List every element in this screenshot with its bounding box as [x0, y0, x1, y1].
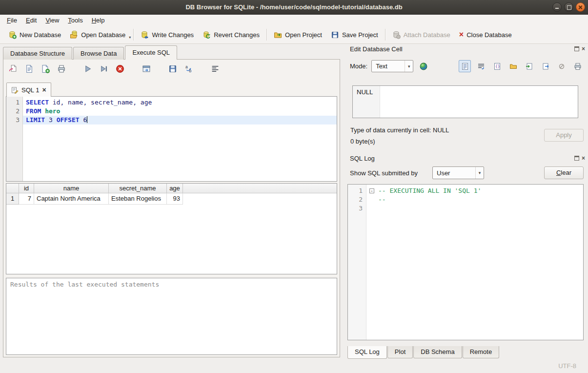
cell-mode-row: Mode: Text ▾: [350, 60, 430, 72]
close-tab-icon[interactable]: ×: [42, 87, 46, 93]
corner-header[interactable]: [6, 184, 19, 193]
write-changes-button[interactable]: Write Changes: [136, 28, 198, 41]
fold-collapse-icon[interactable]: -: [369, 188, 374, 193]
editor-line-current: LIMIT 3 OFFSET 6: [23, 116, 337, 124]
stop-execution-icon[interactable]: [115, 64, 125, 74]
editor-line: FROM hero: [23, 107, 337, 116]
close-database-button[interactable]: × Close Database: [455, 29, 516, 41]
open-in-external-app-icon[interactable]: [417, 60, 430, 72]
open-project-icon: [274, 31, 282, 39]
maximize-button[interactable]: [564, 2, 573, 12]
mode-label: Mode:: [350, 62, 367, 70]
edit-cell-panel-title: Edit Database Cell: [350, 45, 403, 53]
write-changes-label: Write Changes: [152, 31, 194, 39]
column-header-secret-name[interactable]: secret_name: [109, 184, 167, 193]
chevron-down-icon: ▾: [405, 61, 413, 72]
cell-name[interactable]: Captain North America: [34, 193, 109, 205]
row-header[interactable]: 1: [6, 193, 19, 205]
sql-log-filter-value: User: [433, 169, 475, 177]
json-mode-icon[interactable]: {}: [491, 60, 503, 72]
cell-secret-name[interactable]: Esteban Rogelios: [109, 193, 167, 205]
menu-edit[interactable]: Edit: [21, 15, 41, 25]
sql-log-panel-title: SQL Log: [350, 155, 375, 162]
sql-log-filter-combobox[interactable]: User ▾: [432, 166, 484, 179]
save-results-icon[interactable]: [168, 64, 178, 74]
tab-browse-data[interactable]: Browse Data: [73, 47, 124, 60]
editor-line: SELECT id, name, secret_name, age: [23, 98, 337, 107]
log-line: --- EXECUTING ALL IN 'SQL 1': [366, 186, 583, 195]
open-database-button[interactable]: Open Database: [65, 28, 130, 41]
minimize-button[interactable]: [552, 2, 562, 12]
sql-editor[interactable]: 1 2 3 SELECT id, name, secret_name, age …: [6, 96, 337, 182]
mode-combobox[interactable]: Text ▾: [371, 60, 413, 72]
format-sql-icon[interactable]: [210, 64, 220, 74]
open-results-window-icon[interactable]: [142, 64, 151, 74]
execute-sql-toolbar: ab: [8, 64, 220, 74]
close-database-label: Close Database: [466, 31, 512, 39]
cell-age[interactable]: 93: [167, 193, 183, 205]
cell-editor-toolbar: {}: [459, 60, 584, 72]
print-sql-icon[interactable]: [57, 64, 66, 74]
log-line: [366, 204, 583, 213]
tab-plot[interactable]: Plot: [387, 346, 413, 358]
line-number: 3: [348, 204, 363, 213]
open-project-button[interactable]: Open Project: [269, 28, 326, 41]
float-panel-icon[interactable]: [574, 46, 579, 51]
open-cell-data-icon[interactable]: [507, 60, 519, 72]
clear-log-button[interactable]: Clear: [544, 166, 584, 179]
tab-sql-log[interactable]: SQL Log: [347, 346, 387, 359]
sql-log-view: 1 2 3 --- EXECUTING ALL IN 'SQL 1' --: [347, 184, 584, 340]
tab-execute-sql[interactable]: Execute SQL: [125, 45, 177, 60]
save-sql-file-as-icon[interactable]: [41, 64, 50, 74]
menu-help[interactable]: Help: [87, 15, 109, 25]
line-number: 2: [348, 195, 363, 204]
import-cell-data-icon[interactable]: [523, 60, 535, 72]
menu-view[interactable]: View: [41, 15, 63, 25]
open-sql-file-icon[interactable]: [8, 64, 18, 74]
open-database-dropdown-arrow[interactable]: ▾: [129, 35, 131, 40]
write-changes-icon: [141, 31, 149, 39]
sql-editor-tab[interactable]: SQL 1 ×: [6, 83, 51, 97]
cell-editor[interactable]: NULL: [352, 85, 578, 118]
column-header-age[interactable]: age: [167, 184, 183, 193]
menu-tools[interactable]: Tools: [63, 15, 87, 25]
column-header-id[interactable]: id: [19, 184, 34, 193]
text-cursor: [87, 116, 87, 123]
export-cell-data-icon[interactable]: [539, 60, 551, 72]
find-replace-icon[interactable]: ab: [184, 64, 194, 74]
cell-size-info: 0 byte(s): [350, 138, 375, 145]
revert-changes-icon: [203, 31, 211, 39]
print-cell-icon[interactable]: [571, 60, 584, 72]
tab-db-schema[interactable]: DB Schema: [413, 346, 462, 358]
menubar: File Edit View Tools Help: [0, 15, 588, 26]
attach-database-label: Attach Database: [404, 31, 450, 39]
edit-cell-panel-buttons: ×: [574, 46, 585, 51]
editor-code-area[interactable]: SELECT id, name, secret_name, age FROM h…: [23, 97, 337, 181]
save-project-button[interactable]: Save Project: [326, 28, 383, 41]
set-null-icon[interactable]: [555, 60, 568, 72]
menu-file[interactable]: File: [2, 15, 21, 25]
new-database-button[interactable]: New Database: [4, 28, 65, 41]
execute-current-line-icon[interactable]: [99, 64, 109, 74]
svg-text:{}: {}: [495, 64, 500, 69]
right-dock: Edit Database Cell × Mode: Text ▾ {}: [344, 44, 588, 359]
tab-database-structure[interactable]: Database Structure: [3, 47, 72, 60]
text-mode-icon[interactable]: [459, 60, 471, 72]
revert-changes-button[interactable]: Revert Changes: [198, 28, 264, 41]
sql-editor-tab-label: SQL 1: [21, 86, 39, 94]
close-panel-icon[interactable]: ×: [582, 46, 585, 51]
close-button[interactable]: [576, 2, 585, 12]
column-header-name[interactable]: name: [34, 184, 109, 193]
cell-id[interactable]: 7: [19, 193, 34, 205]
tab-remote[interactable]: Remote: [463, 346, 500, 358]
execute-all-icon[interactable]: [83, 64, 93, 74]
close-panel-icon[interactable]: ×: [582, 156, 585, 161]
mode-value: Text: [372, 62, 405, 70]
log-code-area: --- EXECUTING ALL IN 'SQL 1' --: [366, 185, 583, 340]
word-wrap-icon[interactable]: [475, 60, 487, 72]
float-panel-icon[interactable]: [574, 156, 579, 161]
cell-content: NULL: [357, 88, 373, 96]
save-sql-file-icon[interactable]: [24, 64, 34, 74]
chevron-down-icon: ▾: [475, 167, 484, 179]
line-number: 3: [6, 116, 20, 124]
